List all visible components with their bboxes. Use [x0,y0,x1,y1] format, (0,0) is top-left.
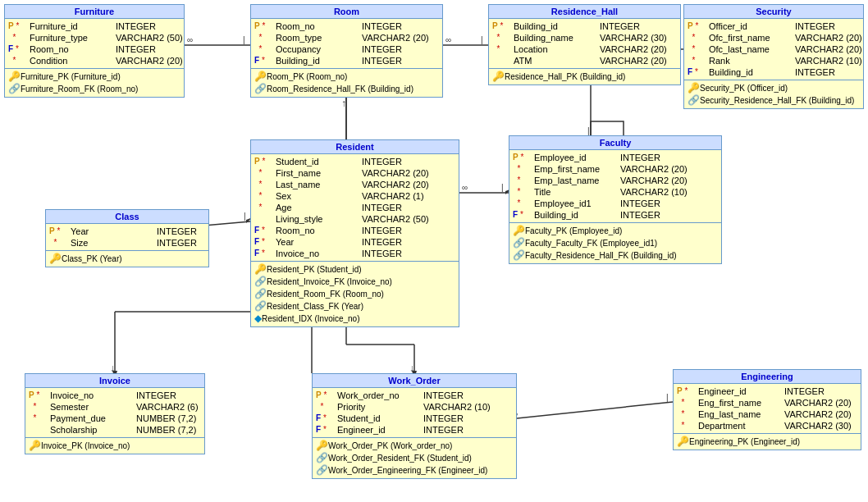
row-col-type: INTEGER [362,236,402,248]
row-col-type: VARCHAR2 (20) [362,179,429,190]
row-col-name: Age [276,202,362,213]
row-col-type: VARCHAR2 (20) [600,55,667,66]
footer-text: Furniture_PK (Furniture_id) [21,71,121,83]
row-col-name: Room_no [276,225,362,236]
footer-text: Faculty_Residence_Hall_FK (Building_id) [525,249,677,262]
row-keys: F * [254,225,276,236]
row-col-name: Building_id [709,66,795,78]
table-row: Living_styleVARCHAR2 (50) [251,213,459,225]
row-keys: * [254,167,276,179]
row-keys: * [513,175,534,186]
table-row: *First_nameVARCHAR2 (20) [251,167,459,179]
fk-icon: 🔗 [254,276,267,288]
pk-icon: 🔑 [254,71,267,83]
row-col-name: Occupancy [276,43,362,55]
footer-row: 🔑Furniture_PK (Furniture_id) [5,71,184,83]
pk-icon: 🔑 [316,440,328,452]
footer-text: Work_Order_Resident_FK (Student_id) [328,452,472,464]
row-col-name: Furniture_type [30,32,116,43]
row-col-type: INTEGER [362,21,402,32]
table-row: P *Room_noINTEGER [251,21,442,32]
row-col-name: ATM [514,55,600,66]
table-row: *OccupancyINTEGER [251,43,442,55]
svg-line-33 [517,402,673,418]
pk-icon: 🔑 [49,253,62,265]
svg-text:∞: ∞ [445,35,451,44]
row-keys: * [677,397,698,408]
row-col-type: INTEGER [620,152,660,163]
table-row: *SexVARCHAR2 (1) [251,190,459,202]
table-header-security: Security [684,5,863,19]
footer-row: 🔗Resident_Room_FK (Room_no) [251,288,459,300]
table-row: ScholarshipNUMBER (7,2) [25,424,204,436]
footer-row: 🔑Faculty_PK (Employee_id) [509,225,721,237]
table-row: *ConditionVARCHAR2 (20) [5,55,184,66]
table-security: SecurityP *Officer_idINTEGER *Ofc_first_… [683,4,864,109]
footer-text: Resident_IDX (Invoice_no) [262,313,360,325]
table-resident: ResidentP *Student_idINTEGER *First_name… [250,139,459,327]
footer-text: Work_Order_PK (Work_order_no) [328,440,452,452]
fk-icon: 🔗 [254,288,267,300]
row-keys: P * [49,226,71,237]
table-row: *Ofc_first_nameVARCHAR2 (20) [684,32,863,43]
row-col-type: NUMBER (7,2) [136,413,196,424]
footer-row: 🔑Resident_PK (Student_id) [251,263,459,276]
fk-icon: 🔗 [316,452,328,464]
footer-row: 🔗Work_Order_Engineering_FK (Engineer_id) [313,464,516,477]
pk-icon: 🔑 [513,225,525,237]
svg-text:∞: ∞ [187,35,193,44]
table-row: F *Building_idINTEGER [684,66,863,78]
table-faculty: FacultyP *Employee_idINTEGER *Emp_first_… [509,135,722,264]
row-col-type: INTEGER [362,43,402,55]
svg-text:|: | [243,35,245,44]
row-keys: P * [513,152,534,163]
footer-text: Residence_Hall_PK (Building_id) [505,71,625,83]
footer-text: Room_PK (Room_no) [267,71,347,83]
row-keys: * [688,55,709,66]
row-col-type: VARCHAR2 (6) [136,401,199,413]
footer-row: 🔑Invoice_PK (Invoice_no) [25,440,204,452]
footer-row: 🔗Room_Residence_Hall_FK (Building_id) [251,83,442,95]
row-col-name: Title [534,186,620,198]
row-keys: * [8,55,30,66]
row-keys: F * [316,413,337,424]
row-col-type: VARCHAR2 (20) [362,167,429,179]
row-col-type: INTEGER [795,21,835,32]
row-keys: F * [254,55,276,66]
footer-row: 🔑Class_PK (Year) [46,253,208,265]
row-keys: * [688,32,709,43]
table-work_order: Work_OrderP *Work_order_noINTEGER *Prior… [312,373,517,479]
footer-row: 🔑Residence_Hall_PK (Building_id) [489,71,680,83]
table-row: P *Engineer_idINTEGER [674,386,861,397]
row-col-type: VARCHAR2 (20) [620,175,688,186]
row-col-name: Condition [30,55,116,66]
footer-text: Resident_Room_FK (Room_no) [267,288,384,300]
row-col-type: INTEGER [362,248,402,259]
table-row: *Eng_first_nameVARCHAR2 (20) [674,397,861,408]
row-col-type: VARCHAR2 (30) [600,32,667,43]
footer-row: 🔗Resident_Invoice_FK (Invoice_no) [251,276,459,288]
row-keys: * [492,32,514,43]
row-col-type: INTEGER [362,202,402,213]
table-row: F *Engineer_idINTEGER [313,424,516,436]
row-keys: F * [688,66,709,78]
row-col-name: Ofc_last_name [709,43,795,55]
footer-text: Invoice_PK (Invoice_no) [41,440,130,452]
row-col-name: Year [276,236,362,248]
svg-text:↓: ↓ [409,363,414,374]
table-header-work_order: Work_Order [313,374,516,388]
footer-text: Resident_Invoice_FK (Invoice_no) [267,276,392,288]
table-header-resident: Resident [251,140,459,154]
row-col-type: VARCHAR2 (10) [620,186,688,198]
row-keys: P * [29,390,50,401]
table-row: *Room_typeVARCHAR2 (20) [251,32,442,43]
fk-icon: 🔗 [254,83,267,95]
pk-icon: 🔑 [688,82,700,94]
footer-text: Security_Residence_Hall_FK (Building_id) [700,94,854,107]
table-row: *Emp_first_nameVARCHAR2 (20) [509,163,721,175]
row-col-type: VARCHAR2 (20) [784,408,852,420]
row-col-type: INTEGER [620,209,660,221]
row-col-type: INTEGER [136,390,176,401]
row-col-name: Payment_due [50,413,136,424]
row-col-name: Officer_id [709,21,795,32]
